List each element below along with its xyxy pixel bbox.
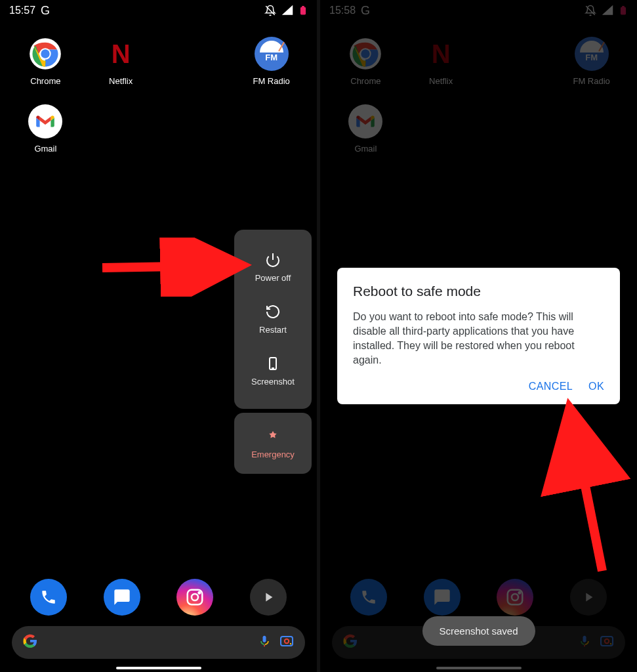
status-bar: 15:58 G (320, 0, 637, 21)
playstore-app[interactable] (250, 579, 287, 616)
mic-icon[interactable] (258, 635, 271, 651)
phone-app[interactable] (350, 579, 387, 616)
power-off-button[interactable]: Power off (234, 243, 312, 295)
status-icons (585, 5, 628, 16)
dock (0, 579, 317, 616)
gmail-icon (28, 104, 62, 138)
instagram-app[interactable] (497, 579, 533, 616)
ok-button[interactable]: OK (588, 381, 604, 392)
battery-icon (298, 5, 308, 16)
app-fmradio[interactable]: FM FM Radio (554, 37, 629, 86)
search-bar[interactable] (12, 626, 305, 659)
google-g-icon (22, 633, 38, 652)
status-time: 15:57 (9, 5, 35, 16)
svg-rect-17 (621, 7, 626, 14)
power-menu: Power off Restart Screenshot Emergency (234, 230, 312, 474)
left-screenshot: 15:57 G Chrome N Netflix F (0, 0, 317, 672)
svg-point-23 (512, 594, 518, 600)
power-card: Power off Restart Screenshot (234, 230, 312, 409)
svg-rect-18 (623, 7, 624, 8)
dock (320, 579, 637, 616)
safe-mode-dialog: Reboot to safe mode Do you want to reboo… (337, 268, 620, 404)
app-netflix[interactable]: N Netflix (403, 37, 479, 86)
screenshot-button[interactable]: Screenshot (234, 346, 312, 398)
app-label: Chrome (30, 76, 60, 86)
status-bar: 15:57 G (0, 0, 317, 21)
app-label: Chrome (350, 76, 380, 86)
emergency-button[interactable]: Emergency (234, 413, 312, 474)
svg-rect-2 (302, 7, 304, 8)
app-label: Netflix (429, 76, 453, 86)
cancel-button[interactable]: CANCEL (529, 381, 573, 392)
lens-icon[interactable] (599, 633, 615, 652)
app-chrome[interactable]: Chrome (328, 37, 403, 86)
mute-icon (585, 5, 596, 16)
restart-button[interactable]: Restart (234, 295, 312, 346)
chrome-icon (28, 37, 62, 71)
signal-icon (602, 5, 613, 16)
nav-pill[interactable] (436, 667, 522, 669)
app-label: Gmail (34, 144, 56, 154)
app-fmradio[interactable]: FM FM Radio (234, 37, 309, 86)
gmail-icon (348, 104, 382, 138)
netflix-icon: N (104, 37, 138, 71)
svg-point-10 (285, 639, 289, 643)
fmradio-icon: FM (255, 37, 289, 71)
svg-rect-1 (301, 7, 306, 14)
app-gmail[interactable]: Gmail (328, 104, 403, 154)
svg-point-24 (519, 592, 521, 594)
svg-point-26 (605, 639, 609, 643)
status-time: 15:58 (329, 5, 356, 16)
svg-point-21 (361, 49, 370, 58)
messages-app[interactable] (424, 579, 461, 616)
app-chrome[interactable]: Chrome (8, 37, 83, 86)
app-grid: Chrome N Netflix FM FM Radio Gmail (320, 21, 637, 172)
svg-point-11 (290, 643, 291, 644)
nav-pill[interactable] (116, 667, 201, 669)
dialog-title: Reboot to safe mode (353, 284, 604, 299)
svg-point-5 (41, 49, 50, 58)
messages-app[interactable] (104, 579, 140, 616)
netflix-icon: N (424, 37, 458, 71)
mic-icon[interactable] (578, 635, 591, 651)
app-grid: Chrome N Netflix FM FM Radio Gmail (0, 21, 317, 172)
app-label: FM Radio (253, 76, 289, 86)
svg-point-27 (610, 643, 611, 644)
toast: Screenshot saved (422, 616, 535, 646)
chrome-icon (348, 37, 382, 71)
app-gmail[interactable]: Gmail (8, 104, 83, 154)
app-netflix[interactable]: N Netflix (83, 37, 159, 86)
battery-icon (619, 5, 628, 16)
lens-icon[interactable] (279, 633, 295, 652)
signal-icon (281, 5, 293, 16)
google-status-icon: G (361, 4, 370, 18)
instagram-app[interactable] (176, 579, 213, 616)
google-status-icon: G (41, 4, 50, 18)
fmradio-icon: FM (575, 37, 609, 71)
google-g-icon (342, 633, 358, 652)
dialog-body: Do you want to reboot into safe mode? Th… (353, 310, 604, 368)
svg-point-7 (192, 594, 198, 600)
right-screenshot: 15:58 G Chrome N Netflix F (320, 0, 637, 672)
svg-point-8 (199, 592, 201, 594)
playstore-app[interactable] (570, 579, 607, 616)
phone-app[interactable] (30, 579, 67, 616)
status-icons (264, 5, 308, 16)
mute-icon (264, 5, 276, 16)
app-label: Gmail (354, 144, 377, 154)
app-label: Netflix (109, 76, 133, 86)
app-label: FM Radio (573, 76, 609, 86)
